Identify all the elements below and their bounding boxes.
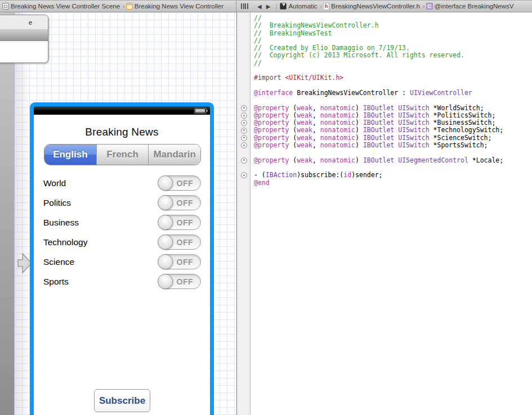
adjacent-scene-partial[interactable]: e	[0, 15, 48, 63]
scene-icon	[2, 3, 9, 10]
topic-row-business: BusinessOFF	[34, 215, 210, 230]
breadcrumb-file[interactable]: BreakingNewsViewController.h	[331, 3, 420, 10]
connection-well-icon[interactable]	[241, 172, 247, 178]
divider: |	[275, 3, 277, 10]
connection-well-icon[interactable]	[241, 105, 247, 111]
topic-label[interactable]: Politics	[43, 198, 71, 208]
breadcrumb-symbol[interactable]: @interface BreakingNewsV	[435, 3, 514, 10]
ib-dock-strip	[0, 12, 15, 415]
switch-state-label: OFF	[177, 179, 194, 188]
topic-label[interactable]: Technology	[43, 237, 87, 247]
breadcrumb-separator: ›	[320, 3, 323, 10]
adjacent-scene-navbar	[0, 30, 48, 41]
code-line[interactable]: //	[254, 15, 532, 22]
switch-thumb-icon	[158, 215, 173, 230]
subscribe-button[interactable]: Subscribe	[94, 389, 150, 412]
switch-state-label: OFF	[177, 199, 194, 208]
code-line[interactable]	[254, 149, 532, 156]
topic-row-sports: SportsOFF	[34, 274, 210, 289]
code-line[interactable]: // Copyright (c) 2013 Microsoft. All rig…	[254, 52, 532, 59]
code-line[interactable]	[254, 67, 532, 74]
connection-well-icon[interactable]	[241, 157, 247, 164]
code-line[interactable]: //	[254, 60, 532, 67]
switch-state-label: OFF	[177, 277, 194, 286]
switch-thumb-icon	[158, 234, 173, 250]
switch-thumb-icon	[158, 195, 173, 210]
topic-switch[interactable]: OFF	[158, 195, 201, 210]
code-line[interactable]: //	[254, 37, 532, 44]
connection-well-icon[interactable]	[241, 128, 247, 134]
code-line[interactable]: @property (weak, nonatomic) IBOutlet UIS…	[254, 157, 532, 164]
connection-well-icon[interactable]	[241, 120, 247, 126]
breaking-news-view-controller[interactable]: Breaking News EnglishFrenchMandarin Worl…	[30, 102, 214, 415]
topic-row-technology: TechnologyOFF	[34, 234, 210, 250]
switch-state-label: OFF	[177, 258, 194, 267]
topic-label[interactable]: Sports	[43, 277, 69, 287]
code-line[interactable]	[254, 97, 532, 104]
connection-well-icon[interactable]	[241, 135, 247, 141]
breadcrumb-separator: ›	[123, 3, 125, 10]
adjacent-scene-title: e	[0, 15, 48, 30]
topic-switch[interactable]: OFF	[158, 254, 201, 269]
segment-english[interactable]: English	[44, 145, 96, 165]
segment-mandarin[interactable]: Mandarin	[148, 145, 200, 165]
switch-thumb-icon	[158, 254, 173, 269]
code-line[interactable]: @property (weak, nonatomic) IBOutlet UIS…	[254, 127, 532, 134]
breadcrumb-scene[interactable]: Breaking News View Controller Scene	[11, 3, 120, 10]
editor-jump-bar: ◀ ▶ | Automatic › h BreakingNewsViewCont…	[236, 1, 532, 12]
topic-row-politics: PoliticsOFF	[34, 195, 210, 210]
code-line[interactable]: @property (weak, nonatomic) IBOutlet UIS…	[254, 134, 532, 142]
code-line[interactable]: @end	[254, 179, 532, 187]
code-line[interactable]	[254, 82, 532, 89]
xcode-window: Breaking News View Controller Scene › Br…	[0, 0, 532, 415]
connection-well-icon[interactable]	[241, 142, 247, 148]
locale-segmented-control[interactable]: EnglishFrenchMandarin	[44, 144, 201, 165]
topic-label[interactable]: Business	[43, 218, 79, 228]
topic-label[interactable]: Science	[43, 257, 74, 267]
topic-switch[interactable]: OFF	[158, 175, 201, 191]
connection-well-icon[interactable]	[241, 112, 247, 119]
code-line[interactable]: // BreakingNewsViewController.h	[254, 22, 532, 29]
topic-rows: WorldOFFPoliticsOFFBusinessOFFTechnology…	[34, 175, 210, 294]
assistant-mode-icon	[280, 3, 287, 10]
code-line[interactable]: @property (weak, nonatomic) IBOutlet UIS…	[254, 105, 532, 112]
code-area[interactable]: //// BreakingNewsViewController.h// Brea…	[251, 12, 532, 415]
switch-thumb-icon	[158, 175, 173, 191]
ib-canvas[interactable]: e Breaking News EnglishFrenchMandarin Wo…	[0, 12, 236, 415]
segment-french[interactable]: French	[96, 145, 149, 165]
switch-state-label: OFF	[177, 238, 194, 247]
jump-bars: Breaking News View Controller Scene › Br…	[0, 0, 532, 12]
editor-gutter	[236, 12, 251, 415]
app-title-label[interactable]: Breaking News	[34, 126, 210, 138]
topic-switch[interactable]: OFF	[158, 215, 201, 230]
back-button[interactable]: ◀	[257, 3, 262, 10]
code-line[interactable]: @property (weak, nonatomic) IBOutlet UIS…	[254, 119, 532, 127]
status-bar	[34, 106, 210, 115]
topic-switch[interactable]: OFF	[158, 234, 201, 250]
code-line[interactable]: @property (weak, nonatomic) IBOutlet UIS…	[254, 112, 532, 119]
view-controller-content: Breaking News EnglishFrenchMandarin Worl…	[34, 115, 210, 415]
code-line[interactable]	[254, 164, 532, 172]
related-items-icon[interactable]	[241, 3, 248, 9]
canvas-edge-shadow	[15, 12, 30, 415]
battery-icon	[194, 108, 207, 114]
breadcrumb-view-controller[interactable]: Breaking News View Controller	[135, 3, 223, 10]
switch-state-label: OFF	[177, 218, 194, 227]
class-symbol-icon: C	[426, 3, 433, 10]
topic-label[interactable]: World	[43, 178, 66, 188]
topic-row-science: ScienceOFF	[34, 254, 210, 269]
assistant-editor[interactable]: //// BreakingNewsViewController.h// Brea…	[236, 12, 532, 415]
code-line[interactable]: @interface BreakingNewsViewController : …	[254, 89, 532, 97]
ib-jump-bar: Breaking News View Controller Scene › Br…	[0, 1, 236, 12]
breadcrumb-separator: ›	[423, 3, 425, 10]
switch-thumb-icon	[158, 274, 173, 289]
topic-switch[interactable]: OFF	[158, 274, 201, 289]
forward-button[interactable]: ▶	[266, 3, 271, 10]
header-file-icon: h	[323, 3, 329, 10]
breadcrumb-mode[interactable]: Automatic	[288, 3, 317, 10]
code-line[interactable]: // Created by Elio Damaggio on 7/19/13.	[254, 44, 532, 52]
code-line[interactable]: - (IBAction)subscribe:(id)sender;	[254, 172, 532, 179]
code-line[interactable]: // BreakingNewsTest	[254, 30, 532, 37]
code-line[interactable]: @property (weak, nonatomic) IBOutlet UIS…	[254, 142, 532, 149]
code-line[interactable]: #import <UIKit/UIKit.h>	[254, 74, 532, 82]
